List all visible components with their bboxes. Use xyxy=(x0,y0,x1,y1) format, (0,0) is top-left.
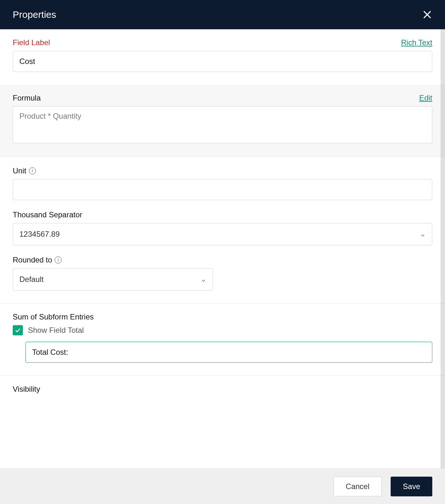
panel-footer: Cancel Save xyxy=(0,468,445,504)
thousand-separator-value: 1234567.89 xyxy=(19,230,60,239)
rounded-to-label: Rounded to i xyxy=(13,256,62,264)
rounded-to-label-text: Rounded to xyxy=(13,256,52,264)
unit-label-text: Unit xyxy=(13,166,26,175)
field-label-label: Field Label xyxy=(13,38,50,47)
info-icon[interactable]: i xyxy=(55,256,62,263)
panel-title: Properties xyxy=(13,9,56,20)
section-sum-subform: Sum of Subform Entries Show Field Total xyxy=(0,303,445,375)
show-field-total-checkbox[interactable] xyxy=(13,325,23,335)
close-icon xyxy=(422,10,432,20)
rounded-to-select[interactable]: Default xyxy=(13,268,213,290)
cancel-button[interactable]: Cancel xyxy=(333,477,382,496)
section-field-label: Field Label Rich Text xyxy=(0,29,445,85)
panel-header: Properties xyxy=(0,0,445,29)
formula-edit-link[interactable]: Edit xyxy=(419,94,432,102)
check-icon xyxy=(15,327,21,333)
field-label-input[interactable] xyxy=(13,51,432,72)
save-button[interactable]: Save xyxy=(391,477,432,496)
formula-display[interactable]: Product * Quantity xyxy=(13,106,432,143)
rounded-to-value: Default xyxy=(19,275,44,284)
chevron-down-icon xyxy=(420,231,426,237)
sum-subform-label: Sum of Subform Entries xyxy=(13,312,94,321)
unit-input[interactable] xyxy=(13,179,432,200)
thousand-separator-select[interactable]: 1234567.89 xyxy=(13,223,432,245)
section-formula: Formula Edit Product * Quantity xyxy=(0,85,445,158)
visibility-label: Visibility xyxy=(13,385,432,394)
thousand-separator-label: Thousand Separator xyxy=(13,210,82,219)
panel-content: Field Label Rich Text Formula Edit Produ… xyxy=(0,29,445,468)
rich-text-link[interactable]: Rich Text xyxy=(401,38,432,47)
section-visibility: Visibility xyxy=(0,375,445,394)
section-number-format: Unit i Thousand Separator 1234567.89 xyxy=(0,158,445,303)
chevron-down-icon xyxy=(201,276,206,282)
unit-label: Unit i xyxy=(13,166,36,175)
info-icon[interactable]: i xyxy=(29,167,36,174)
total-label-input[interactable] xyxy=(25,342,432,363)
close-button[interactable] xyxy=(421,8,434,21)
formula-label: Formula xyxy=(13,94,41,102)
show-field-total-label: Show Field Total xyxy=(28,326,84,335)
